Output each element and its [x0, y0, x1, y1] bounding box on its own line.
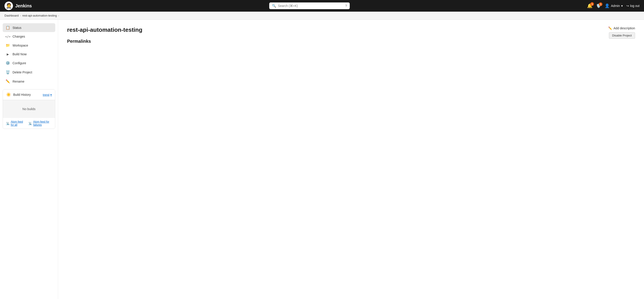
breadcrumb-dashboard[interactable]: Dashboard	[4, 14, 19, 17]
sidebar-item-delete-project[interactable]: 🗑️ Delete Project	[3, 68, 55, 77]
delete-icon: 🗑️	[6, 70, 10, 74]
build-history-section: ☀️ Build History trend ▾ No builds 📡 Ato…	[3, 89, 55, 129]
chevron-down-icon: ▾	[621, 4, 623, 8]
sidebar-label-configure: Configure	[12, 61, 26, 65]
pencil-icon: ✏️	[608, 27, 612, 30]
sidebar-item-configure[interactable]: ⚙️ Configure	[3, 59, 55, 67]
sidebar-item-build-now[interactable]: ▶ Build Now	[3, 50, 55, 58]
search-area: 🔍 ?	[35, 3, 584, 9]
atom-feed-failures-icon: 📡	[28, 122, 32, 125]
breadcrumb-current: rest-api-automation-testing	[22, 14, 57, 17]
breadcrumb: Dashboard › rest-api-automation-testing …	[0, 12, 644, 20]
user-avatar-icon: 👤	[605, 3, 610, 8]
sidebar: 📋 Status </> Changes 📁 Workspace ▶ Build…	[0, 20, 58, 299]
main-layout: 📋 Status </> Changes 📁 Workspace ▶ Build…	[0, 20, 644, 299]
disable-project-label: Disable Project	[612, 34, 632, 37]
page-title: rest-api-automation-testing	[67, 27, 635, 33]
build-history-footer: 📡 Atom feed for all 📡 Atom feed for fail…	[3, 118, 55, 129]
breadcrumb-sep-1: ›	[20, 14, 21, 17]
notifications-button[interactable]: 🔔 1	[587, 3, 592, 9]
atom-feed-all-icon: 📡	[6, 122, 10, 125]
sidebar-nav: 📋 Status </> Changes 📁 Workspace ▶ Build…	[3, 23, 55, 86]
rename-icon: ✏️	[6, 79, 10, 84]
trend-button[interactable]: trend ▾	[43, 93, 52, 97]
configure-icon: ⚙️	[6, 61, 10, 65]
no-builds-label: No builds	[22, 107, 35, 111]
no-builds-area: No builds	[3, 100, 55, 118]
search-input[interactable]	[278, 4, 344, 8]
search-box: 🔍 ?	[269, 3, 350, 9]
atom-feed-all-label: Atom feed for all	[11, 120, 25, 126]
top-actions: ✏️ Add description Disable Project	[608, 27, 635, 39]
breadcrumb-sep-2: ›	[58, 14, 59, 17]
jenkins-title: Jenkins	[15, 3, 32, 9]
sidebar-label-build-now: Build Now	[12, 52, 26, 56]
logout-label: log out	[630, 4, 640, 8]
build-history-icon: ☀️	[6, 92, 11, 97]
notifications-badge: 1	[590, 2, 594, 6]
sidebar-label-status: Status	[12, 26, 22, 30]
user-label: Admin	[611, 4, 620, 8]
shield-badge: 1	[599, 3, 602, 6]
workspace-icon: 📁	[6, 43, 10, 48]
changes-icon: </>	[6, 35, 10, 38]
sidebar-item-changes[interactable]: </> Changes	[3, 33, 55, 41]
sidebar-item-status[interactable]: 📋 Status	[3, 23, 55, 32]
permalinks-title: Permalinks	[67, 39, 635, 44]
build-history-header: ☀️ Build History trend ▾	[3, 90, 55, 100]
status-icon: 📋	[6, 26, 10, 30]
sidebar-item-workspace[interactable]: 📁 Workspace	[3, 41, 55, 50]
jenkins-face-icon: 🤵	[6, 3, 12, 9]
atom-feed-failures-label: Atom feed for failures	[33, 120, 52, 126]
logout-icon: ↪	[626, 4, 629, 8]
sidebar-label-delete-project: Delete Project	[12, 71, 32, 74]
atom-feed-failures-link[interactable]: 📡 Atom feed for failures	[28, 120, 52, 126]
main-content: rest-api-automation-testing ✏️ Add descr…	[58, 20, 644, 299]
trend-label: trend	[43, 93, 50, 97]
sidebar-item-rename[interactable]: ✏️ Rename	[3, 77, 55, 86]
add-description-label: Add description	[613, 27, 635, 30]
disable-project-button[interactable]: Disable Project	[609, 32, 635, 39]
build-now-icon: ▶	[6, 53, 10, 56]
build-history-title: Build History	[13, 93, 40, 97]
search-icon: 🔍	[272, 4, 276, 8]
user-menu[interactable]: 👤 Admin ▾	[605, 3, 623, 8]
sidebar-label-rename: Rename	[12, 80, 24, 83]
header: 🤵 Jenkins 🔍 ? 🔔 1 🛡️ 1 👤 Admin ▾ ↪ log o…	[0, 0, 644, 12]
sidebar-label-changes: Changes	[12, 35, 25, 38]
trend-chevron-icon: ▾	[50, 93, 52, 97]
jenkins-logo[interactable]: 🤵 Jenkins	[4, 2, 32, 10]
atom-feed-all-link[interactable]: 📡 Atom feed for all	[6, 120, 25, 126]
jenkins-logo-circle: 🤵	[4, 2, 13, 10]
header-actions: 🔔 1 🛡️ 1 👤 Admin ▾ ↪ log out	[587, 3, 640, 9]
logout-button[interactable]: ↪ log out	[626, 4, 640, 8]
add-description-button[interactable]: ✏️ Add description	[608, 27, 635, 30]
search-help-icon[interactable]: ?	[345, 4, 347, 8]
shield-button[interactable]: 🛡️ 1	[596, 3, 601, 8]
sidebar-label-workspace: Workspace	[12, 44, 28, 47]
